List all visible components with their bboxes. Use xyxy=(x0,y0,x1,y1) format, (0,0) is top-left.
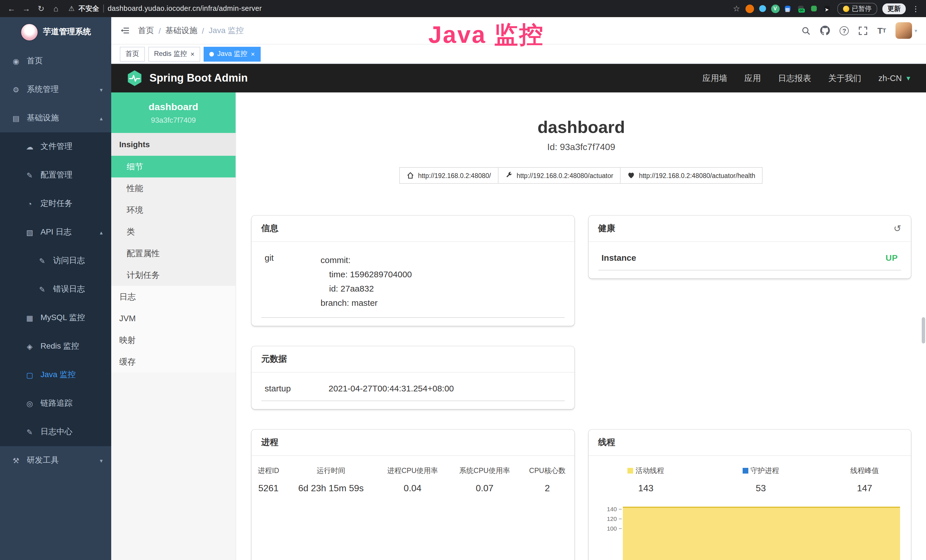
forward-icon[interactable]: → xyxy=(21,4,32,13)
green-extension-icon[interactable] xyxy=(811,6,817,11)
table-header-cell: 进程CPU使用率 xyxy=(377,463,449,479)
close-icon[interactable]: × xyxy=(251,50,255,58)
sidebar-item-access-logs[interactable]: ✎ 访问日志 xyxy=(0,247,111,275)
sidebar-item-home[interactable]: ◉ 首页 xyxy=(0,47,111,75)
page-title: dashboard xyxy=(236,118,926,137)
sba-item-classes[interactable]: 类 xyxy=(111,221,236,242)
scrollbar-thumb[interactable] xyxy=(922,317,925,344)
dark-extension-icon[interactable]: ➤ xyxy=(824,6,830,11)
sba-locale-select[interactable]: zh-CN ▼ xyxy=(878,74,911,83)
url-text[interactable]: dashboard.yudao.iocoder.cn/infra/admin-s… xyxy=(108,5,262,12)
help-icon[interactable]: ? xyxy=(840,26,849,35)
tag-home[interactable]: 首页 xyxy=(120,47,145,61)
legend-label: 守护进程 xyxy=(750,467,779,475)
legend-label: 活动线程 xyxy=(635,467,664,475)
table-cell: 0.04 xyxy=(377,479,449,496)
sidebar-item-log-center[interactable]: ✎ 日志中心 xyxy=(0,418,111,446)
sba-item-caches[interactable]: 缓存 xyxy=(111,351,236,372)
row-key: Instance xyxy=(601,253,636,262)
blue-drop-extension-icon[interactable] xyxy=(759,5,766,12)
paused-badge[interactable]: 已暂停 xyxy=(837,3,877,15)
home-icon[interactable]: ⌂ xyxy=(50,4,62,13)
wrench-icon xyxy=(505,172,513,179)
blue-grid-extension-icon[interactable]: ▦ xyxy=(785,6,790,11)
vue-devtools-extension-icon[interactable]: V xyxy=(771,4,779,13)
top-navbar: 首页 / 基础设施 / Java 监控 ? xyxy=(111,17,926,44)
sba-item-details[interactable]: 细节 xyxy=(111,156,236,177)
instance-home-link[interactable]: http://192.168.0.2:48080/ xyxy=(399,167,498,184)
table-cell: 53 xyxy=(703,479,818,496)
emoji-face-icon xyxy=(843,5,849,12)
omnibox-divider xyxy=(103,5,104,12)
screen: ← → ↻ ⌂ ⚠ 不安全 dashboard.yudao.iocoder.cn… xyxy=(0,0,926,560)
history-icon[interactable]: ↺ xyxy=(893,224,901,233)
sidebar-item-api-logs[interactable]: ▧ API 日志 ▴ xyxy=(0,218,111,247)
question-glyph: ? xyxy=(840,26,849,35)
startup-row: startup 2021-04-27T00:44:31.254+08:00 xyxy=(261,375,564,401)
browser-menu-icon[interactable]: ⋮ xyxy=(911,4,921,13)
sidebar-item-system-management[interactable]: ⚙ 系统管理 ▾ xyxy=(0,75,111,104)
sidebar-item-label: 配置管理 xyxy=(41,170,73,180)
sidebar-item-config-management[interactable]: ✎ 配置管理 xyxy=(0,161,111,189)
instance-health-link[interactable]: http://192.168.0.2:48080/actuator/health xyxy=(620,167,763,184)
browser-chrome: ← → ↻ ⌂ ⚠ 不安全 dashboard.yudao.iocoder.cn… xyxy=(0,0,926,17)
breadcrumb-infrastructure[interactable]: 基础设施 xyxy=(165,26,197,36)
tick-mark xyxy=(619,518,622,519)
sidebar-item-label: 文件管理 xyxy=(41,141,73,152)
font-size-icon[interactable]: TT xyxy=(877,26,886,35)
address-bar[interactable]: ⚠ 不安全 dashboard.yudao.iocoder.cn/infra/a… xyxy=(65,4,729,14)
back-icon[interactable]: ← xyxy=(6,4,17,13)
health-card-header: 健康 ↺ xyxy=(589,216,911,242)
app-logo[interactable]: 芋道管理系统 xyxy=(0,17,111,47)
sba-nav-wallboard[interactable]: 应用墙 xyxy=(702,73,727,83)
table-header-cell: 运行时间 xyxy=(286,463,377,479)
sidebar-item-file-management[interactable]: ☁ 文件管理 xyxy=(0,132,111,161)
sba-brand[interactable]: Spring Boot Admin xyxy=(126,70,248,87)
sba-nav-about[interactable]: 关于我们 xyxy=(828,73,861,83)
sba-item-performance[interactable]: 性能 xyxy=(111,177,236,199)
table-header-cell: 守护进程 xyxy=(703,463,818,479)
sba-item-mappings[interactable]: 映射 xyxy=(111,329,236,351)
sidebar-item-trace[interactable]: ◎ 链路追踪 xyxy=(0,389,111,418)
chevron-down-icon: ▾ xyxy=(100,457,103,463)
sidebar-item-error-logs[interactable]: ✎ 错误日志 xyxy=(0,275,111,304)
search-icon[interactable] xyxy=(801,26,811,35)
sidebar-item-infrastructure[interactable]: ▤ 基础设施 ▴ xyxy=(0,104,111,132)
switch-on-extension-icon[interactable]: on xyxy=(798,6,803,11)
sidebar-item-redis-monitor[interactable]: ◈ Redis 监控 xyxy=(0,332,111,360)
git-branch-line: branch: master xyxy=(321,295,412,310)
sba-item-config-properties[interactable]: 配置属性 xyxy=(111,242,236,264)
reload-icon[interactable]: ↻ xyxy=(35,4,47,13)
table-icon: ▦ xyxy=(25,313,34,322)
fullscreen-icon[interactable] xyxy=(858,26,867,35)
tag-java-monitor[interactable]: Java 监控 × xyxy=(204,47,260,61)
sidebar-item-dev-tools[interactable]: ⚒ 研发工具 ▾ xyxy=(0,446,111,475)
orange-circle-extension-icon[interactable] xyxy=(745,4,754,13)
update-button[interactable]: 更新 xyxy=(882,3,906,14)
breadcrumb-home[interactable]: 首页 xyxy=(138,26,154,36)
bookmark-star-icon[interactable]: ☆ xyxy=(733,4,740,13)
sidebar-item-mysql-monitor[interactable]: ▦ MySQL 监控 xyxy=(0,304,111,332)
active-threads-swatch xyxy=(628,468,633,474)
tags-bar: 首页 Redis 监控 × Java 监控 × xyxy=(111,44,926,64)
sidebar-toggle-icon[interactable] xyxy=(120,26,130,35)
sba-nav-journal[interactable]: 日志报表 xyxy=(778,73,811,83)
row-value: commit: time: 1596289704000 id: 27aa832 … xyxy=(321,253,412,310)
tag-redis-monitor[interactable]: Redis 监控 × xyxy=(148,47,200,61)
sidebar-item-java-monitor[interactable]: ▢ Java 监控 xyxy=(0,360,111,389)
heart-icon xyxy=(627,172,635,179)
instance-actuator-link[interactable]: http://192.168.0.2:48080/actuator xyxy=(498,167,620,184)
sba-nav: 应用墙 应用 日志报表 关于我们 zh-CN ▼ xyxy=(702,73,911,83)
sba-item-scheduled-tasks[interactable]: 计划任务 xyxy=(111,264,236,286)
close-icon[interactable]: × xyxy=(191,50,195,58)
user-avatar[interactable]: ▾ xyxy=(896,22,917,39)
sba-item-environment[interactable]: 环境 xyxy=(111,199,236,221)
sba-item-jvm[interactable]: JVM xyxy=(111,307,236,329)
sba-item-logs[interactable]: 日志 xyxy=(111,286,236,307)
sba-nav-applications[interactable]: 应用 xyxy=(744,73,761,83)
github-icon[interactable] xyxy=(820,26,830,35)
locale-label: zh-CN xyxy=(878,74,902,83)
sidebar-item-label: 错误日志 xyxy=(53,284,85,294)
sidebar-item-scheduled-tasks[interactable]: ◔ 定时任务 xyxy=(0,189,111,218)
sidebar-item-label: 访问日志 xyxy=(53,256,85,266)
